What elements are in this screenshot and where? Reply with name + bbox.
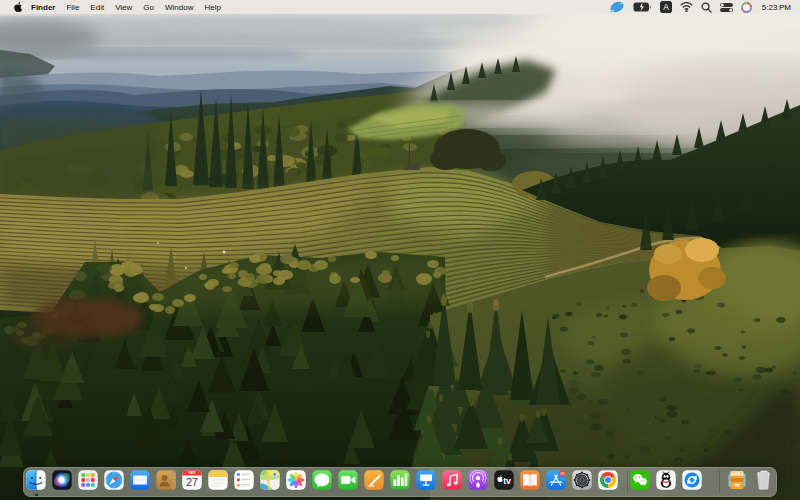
svg-text:A: A [663,2,669,12]
svg-text:18: 18 [560,471,565,476]
svg-text:tv: tv [503,475,511,485]
svg-text:SEP: SEP [189,471,197,475]
svg-text:27: 27 [186,476,198,488]
svg-text:ZIP: ZIP [735,484,739,487]
